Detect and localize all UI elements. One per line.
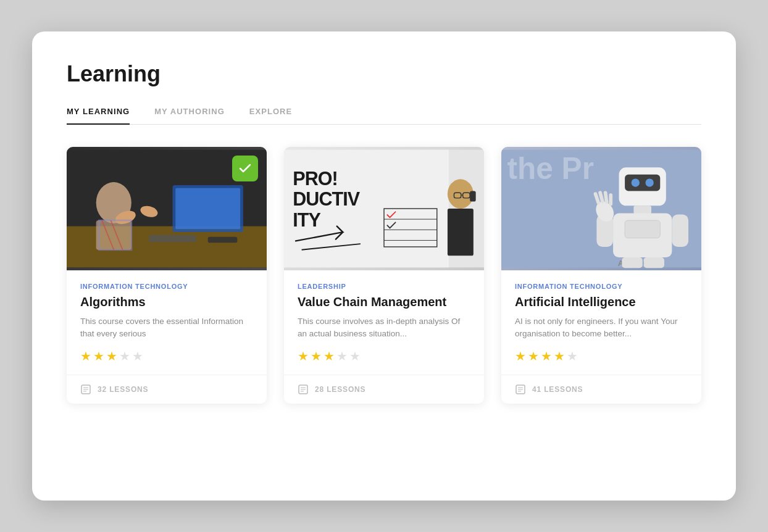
card-image-algorithms [67,147,267,270]
svg-text:DUCTIV: DUCTIV [293,188,360,209]
svg-text:PRO!: PRO! [293,167,337,188]
star-1: ★ [80,349,91,364]
lessons-icon-algorithms [80,384,91,395]
star-5: ★ [567,349,578,364]
courses-grid: INFORMATION TECHNOLOGY Algorithms This c… [67,147,701,404]
card-lessons-ai: 41 LESSONS [532,385,583,394]
svg-rect-53 [622,257,642,268]
card-category-algorithms: INFORMATION TECHNOLOGY [80,283,253,290]
star-3: ★ [323,349,335,364]
star-4: ★ [554,349,565,364]
svg-rect-27 [448,209,474,256]
star-3: ★ [541,349,552,364]
svg-text:the Pr: the Pr [507,151,594,186]
card-title-algorithms: Algorithms [80,295,253,309]
star-3: ★ [106,349,117,364]
card-rating-value-chain: ★ ★ ★ ★ ★ [298,349,470,364]
star-2: ★ [528,349,539,364]
svg-text:ITY: ITY [293,209,320,230]
svg-rect-42 [633,206,651,214]
svg-rect-12 [208,236,238,243]
card-image-ai: the Pr [501,147,701,270]
tab-my-authoring[interactable]: MY AUTHORING [154,107,225,125]
card-footer-ai: 41 LESSONS [501,375,701,404]
svg-rect-11 [149,235,196,241]
card-lessons-algorithms: 32 LESSONS [98,385,148,394]
card-image-value-chain: PRO! DUCTIV ITY [284,147,484,270]
svg-rect-54 [644,257,664,268]
completed-badge [232,156,258,181]
svg-line-49 [600,193,603,201]
page-title: Learning [67,61,701,87]
svg-point-41 [645,178,653,186]
card-desc-ai: AI is not only for engineers. If you wan… [515,315,688,341]
card-category-ai: INFORMATION TECHNOLOGY [515,283,688,290]
svg-rect-39 [625,174,660,191]
card-footer-value-chain: 28 LESSONS [284,375,484,404]
tab-my-learning[interactable]: MY LEARNING [67,107,130,125]
svg-rect-28 [470,191,476,201]
card-desc-value-chain: This course involves as in-depth analysi… [298,315,470,341]
svg-line-50 [606,193,607,202]
course-card-algorithms[interactable]: INFORMATION TECHNOLOGY Algorithms This c… [67,147,267,404]
card-lessons-value-chain: 28 LESSONS [315,385,365,394]
star-5: ★ [132,349,143,364]
card-rating-algorithms: ★ ★ ★ ★ ★ [80,349,253,364]
lessons-icon-value-chain [298,384,309,395]
card-body-algorithms: INFORMATION TECHNOLOGY Algorithms This c… [67,270,267,375]
main-container: Learning MY LEARNING MY AUTHORING EXPLOR… [32,31,736,501]
tabs-nav: MY LEARNING MY AUTHORING EXPLORE [67,107,701,125]
svg-rect-3 [175,188,240,229]
svg-point-40 [632,178,640,186]
star-1: ★ [298,349,309,364]
card-category-value-chain: LEADERSHIP [298,283,470,290]
card-title-value-chain: Value Chain Management [298,295,470,309]
course-card-value-chain[interactable]: PRO! DUCTIV ITY [284,147,484,404]
svg-rect-46 [672,214,688,246]
card-rating-ai: ★ ★ ★ ★ ★ [515,349,688,364]
card-title-ai: Artificial Intelligence [515,295,688,309]
card-body-ai: INFORMATION TECHNOLOGY Artificial Intell… [501,270,701,375]
tab-explore[interactable]: EXPLORE [249,107,292,125]
course-card-ai[interactable]: the Pr [501,147,701,404]
star-4: ★ [336,349,348,364]
star-2: ★ [311,349,322,364]
star-1: ★ [515,349,526,364]
svg-rect-44 [625,220,660,238]
card-desc-algorithms: This course covers the essential Informa… [80,315,253,341]
card-body-value-chain: LEADERSHIP Value Chain Management This c… [284,270,484,375]
svg-rect-5 [96,220,131,250]
lessons-icon-ai [515,384,526,395]
card-footer-algorithms: 32 LESSONS [67,375,267,404]
star-5: ★ [349,349,361,364]
star-2: ★ [93,349,104,364]
star-4: ★ [119,349,130,364]
